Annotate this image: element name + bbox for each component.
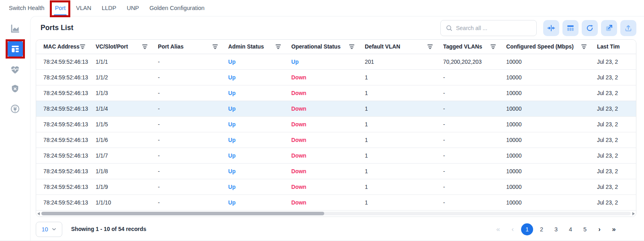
tab-label: LLDP bbox=[102, 5, 116, 11]
icon-sidebar bbox=[0, 16, 30, 241]
content-card: Ports List bbox=[30, 16, 644, 241]
plug-circle-icon[interactable] bbox=[7, 102, 23, 115]
table-row[interactable]: 78:24:59:52:46:131/1/6-UpDown1-10000Jul … bbox=[36, 132, 636, 148]
filter-icon[interactable] bbox=[349, 45, 354, 49]
status-badge: Up bbox=[228, 90, 235, 96]
column-header-oper[interactable]: Operational Status bbox=[291, 44, 365, 50]
search-icon bbox=[446, 24, 453, 32]
cell-admin: Up bbox=[228, 75, 291, 81]
tab-vlan[interactable]: VLAN bbox=[76, 0, 91, 16]
cell-speed: 10000 bbox=[506, 168, 597, 174]
column-header-vlan[interactable]: Default VLAN bbox=[365, 44, 443, 50]
fit-columns-button[interactable] bbox=[543, 20, 559, 36]
table-row[interactable]: 78:24:59:52:46:131/1/10-UpDown1-10000Jul… bbox=[36, 195, 636, 211]
page-size-value: 10 bbox=[41, 226, 48, 233]
cell-tagged: - bbox=[443, 122, 506, 128]
tab-switch-health[interactable]: Switch Health bbox=[9, 0, 45, 16]
scroll-left-arrow-icon[interactable] bbox=[37, 212, 40, 215]
filter-icon[interactable] bbox=[213, 45, 218, 49]
area-chart-icon[interactable] bbox=[7, 22, 23, 35]
page-button-4[interactable]: 4 bbox=[564, 223, 577, 235]
column-label: Admin Status bbox=[228, 44, 264, 50]
column-header-port[interactable]: VC/Slot/Port bbox=[96, 44, 158, 50]
header-actions bbox=[440, 20, 636, 36]
column-header-admin[interactable]: Admin Status bbox=[228, 44, 291, 50]
cell-last: Jul 23, 2 bbox=[597, 122, 636, 128]
filter-icon[interactable] bbox=[581, 45, 587, 49]
tab-label: Switch Health bbox=[9, 5, 45, 11]
status-badge: Down bbox=[291, 153, 307, 159]
cell-alias: - bbox=[158, 168, 228, 174]
page-button-5[interactable]: 5 bbox=[579, 223, 591, 235]
column-header-tagged[interactable]: Tagged VLANs bbox=[443, 44, 506, 50]
page-button-3[interactable]: 3 bbox=[550, 223, 562, 235]
cell-oper: Down bbox=[291, 153, 365, 159]
page-size-select[interactable]: 10 bbox=[36, 222, 62, 237]
search-box[interactable] bbox=[440, 20, 537, 36]
table-row[interactable]: 78:24:59:52:46:131/1/8-UpDown1-10000Jul … bbox=[36, 164, 636, 179]
search-input[interactable] bbox=[456, 25, 532, 31]
table-row[interactable]: 78:24:59:52:46:131/1/2-UpDown1-10000Jul … bbox=[36, 70, 636, 85]
filter-icon[interactable] bbox=[142, 45, 147, 49]
cell-tagged: - bbox=[443, 168, 506, 174]
columns-icon bbox=[566, 24, 575, 32]
table-row[interactable]: 78:24:59:52:46:131/1/7-UpDown1-10000Jul … bbox=[36, 148, 636, 164]
cell-vlan: 1 bbox=[365, 153, 443, 159]
tab-golden-configuration[interactable]: Golden Configuration bbox=[149, 0, 204, 16]
cell-admin: Up bbox=[228, 184, 291, 190]
pagination: « ‹ 12345 › » bbox=[492, 223, 620, 235]
heart-pulse-icon[interactable] bbox=[7, 63, 23, 76]
tab-port[interactable]: Port bbox=[55, 0, 66, 16]
tab-unp[interactable]: UNP bbox=[127, 0, 139, 16]
horizontal-scrollbar[interactable] bbox=[36, 211, 636, 217]
export-icon bbox=[624, 24, 633, 32]
page-button-2[interactable]: 2 bbox=[536, 223, 548, 235]
cell-admin: Up bbox=[228, 90, 291, 96]
main-area: Ports List bbox=[0, 16, 644, 241]
red-annotation-box bbox=[6, 39, 25, 59]
tab-lldp[interactable]: LLDP bbox=[102, 0, 116, 16]
cell-last: Jul 23, 2 bbox=[597, 59, 636, 65]
scrollbar-thumb[interactable] bbox=[41, 212, 324, 215]
status-badge: Up bbox=[228, 200, 235, 206]
table-footer: 10 Showing 1 - 10 of 54 records « ‹ 1234… bbox=[31, 217, 644, 241]
status-badge: Down bbox=[291, 184, 307, 190]
open-external-button[interactable] bbox=[601, 20, 617, 36]
column-header-alias[interactable]: Port Alias bbox=[158, 44, 228, 50]
filter-icon[interactable] bbox=[80, 45, 85, 49]
status-badge: Up bbox=[228, 106, 235, 112]
columns-button[interactable] bbox=[562, 20, 579, 36]
filter-icon[interactable] bbox=[427, 45, 433, 49]
next-page-button[interactable]: › bbox=[593, 223, 605, 235]
refresh-button[interactable] bbox=[582, 20, 598, 36]
cell-vlan: 201 bbox=[365, 59, 443, 65]
tab-label: Port bbox=[55, 5, 66, 11]
scroll-right-arrow-icon[interactable] bbox=[632, 212, 635, 215]
column-label: Port Alias bbox=[158, 44, 184, 50]
column-label: Last Tim bbox=[597, 44, 619, 50]
last-page-button[interactable]: » bbox=[608, 223, 620, 235]
cell-alias: - bbox=[158, 106, 228, 112]
cell-vlan: 1 bbox=[365, 184, 443, 190]
cell-alias: - bbox=[158, 90, 228, 96]
shield-x-icon[interactable] bbox=[7, 82, 23, 95]
first-page-button[interactable]: « bbox=[492, 223, 504, 235]
filter-icon[interactable] bbox=[491, 45, 496, 49]
cell-speed: 10000 bbox=[506, 153, 597, 159]
filter-icon[interactable] bbox=[276, 45, 281, 49]
page-button-1[interactable]: 1 bbox=[521, 223, 533, 235]
table-row[interactable]: 78:24:59:52:46:131/1/4-UpDown1-10000Jul … bbox=[36, 101, 636, 117]
column-header-mac[interactable]: MAC Address bbox=[36, 44, 96, 50]
table-row[interactable]: 78:24:59:52:46:131/1/1-UpUp20170,200,202… bbox=[36, 54, 636, 70]
column-header-last[interactable]: Last Tim bbox=[597, 44, 636, 50]
table-row[interactable]: 78:24:59:52:46:131/1/3-UpDown1-10000Jul … bbox=[36, 85, 636, 101]
scrollbar-track[interactable] bbox=[41, 212, 631, 215]
ports-layout-icon[interactable] bbox=[8, 41, 23, 57]
export-button[interactable] bbox=[620, 20, 636, 36]
table-row[interactable]: 78:24:59:52:46:131/1/9-UpDown1-10000Jul … bbox=[36, 179, 636, 195]
prev-page-button[interactable]: ‹ bbox=[507, 223, 519, 235]
cell-port: 1/1/10 bbox=[96, 200, 158, 206]
table-row[interactable]: 78:24:59:52:46:131/1/5-UpDown1-10000Jul … bbox=[36, 117, 636, 132]
column-header-speed[interactable]: Configured Speed (Mbps) bbox=[506, 44, 597, 50]
cell-oper: Down bbox=[291, 75, 365, 81]
